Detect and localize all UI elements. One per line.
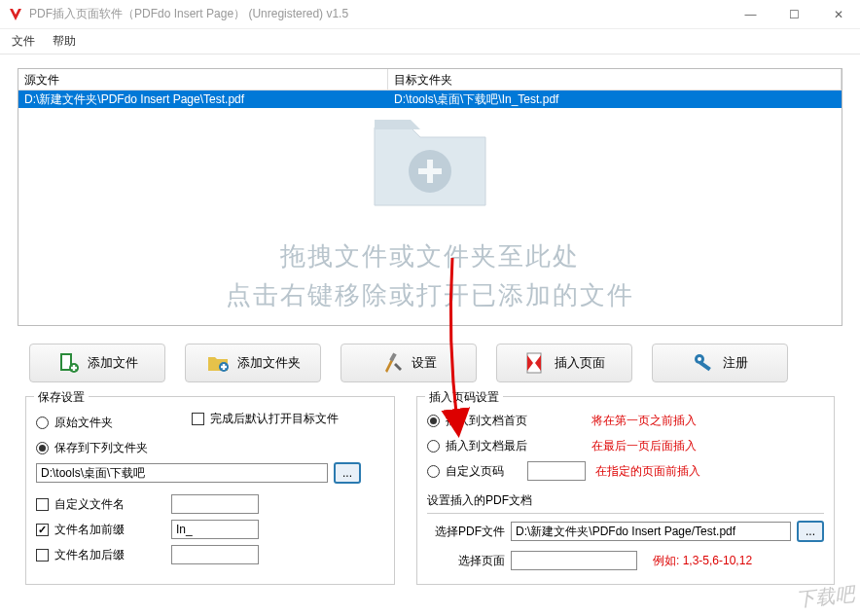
insert-sub-legend: 设置插入的PDF文档	[427, 492, 824, 509]
select-page-example: 例如: 1,3-5,6-10,12	[653, 553, 752, 569]
insert-first-radio[interactable]	[427, 415, 440, 427]
close-button[interactable]: ✕	[816, 0, 860, 29]
add-folder-icon	[206, 351, 230, 375]
prefix-input[interactable]	[171, 520, 259, 539]
save-settings-group: 保存设置 完成后默认打开目标文件 原始文件夹 保存到下列文件夹 ... 自定义文…	[25, 396, 395, 585]
col-target[interactable]: 目标文件夹	[388, 69, 842, 90]
drop-hint-2: 点击右键移除或打开已添加的文件	[18, 278, 842, 312]
insert-custom-radio[interactable]	[427, 465, 440, 478]
titlebar: PDF插入页面软件（PDFdo Insert Page） (Unregister…	[0, 0, 860, 29]
to-folder-label: 保存到下列文件夹	[54, 440, 148, 456]
svg-rect-15	[699, 361, 711, 371]
browse-folder-button[interactable]: ...	[334, 462, 361, 484]
insert-page-label: 插入页面	[555, 354, 605, 372]
custom-page-input[interactable]	[527, 461, 586, 481]
add-file-icon	[56, 351, 80, 375]
svg-rect-11	[389, 353, 396, 362]
custom-name-checkbox[interactable]	[36, 498, 49, 511]
insert-last-label: 插入到文档最后	[446, 438, 591, 454]
prefix-label: 文件名加前缀	[54, 522, 171, 538]
minimize-button[interactable]: —	[729, 0, 772, 29]
select-pdf-input[interactable]	[511, 522, 791, 541]
custom-name-label: 自定义文件名	[54, 496, 171, 513]
menubar: 文件 帮助	[0, 29, 860, 54]
prefix-checkbox[interactable]	[36, 524, 49, 536]
list-header: 源文件 目标文件夹	[18, 69, 842, 91]
select-page-label: 选择页面	[427, 553, 505, 569]
settings-icon	[380, 351, 404, 375]
insert-first-hint: 将在第一页之前插入	[591, 413, 697, 429]
toolbar: 添加文件 添加文件夹 设置 插入页面 注册	[18, 344, 842, 382]
app-icon	[8, 7, 23, 22]
save-legend: 保存设置	[34, 389, 89, 406]
table-row[interactable]: D:\新建文件夹\PDFdo Insert Page\Test.pdf D:\t…	[18, 91, 842, 108]
to-folder-radio[interactable]	[36, 442, 49, 454]
col-source[interactable]: 源文件	[18, 69, 388, 90]
suffix-checkbox[interactable]	[36, 549, 49, 562]
add-folder-button[interactable]: 添加文件夹	[185, 344, 321, 382]
settings-label: 设置	[412, 354, 437, 372]
insert-custom-hint: 在指定的页面前插入	[595, 463, 700, 480]
insert-custom-label: 自定义页码	[446, 463, 527, 480]
select-pdf-label: 选择PDF文件	[427, 524, 505, 540]
drop-hint-1: 拖拽文件或文件夹至此处	[18, 239, 842, 273]
suffix-label: 文件名加后缀	[54, 547, 171, 563]
svg-rect-7	[71, 367, 77, 369]
insert-settings-group: 插入页码设置 插入到文档首页 将在第一页之前插入 插入到文档最后 在最后一页后面…	[416, 396, 835, 585]
orig-folder-label: 原始文件夹	[54, 415, 113, 431]
file-list-area[interactable]: 源文件 目标文件夹 D:\新建文件夹\PDFdo Insert Page\Tes…	[18, 68, 842, 326]
orig-folder-radio[interactable]	[36, 417, 49, 429]
insert-legend: 插入页码设置	[425, 389, 503, 406]
insert-first-label: 插入到文档首页	[446, 413, 591, 429]
add-file-button[interactable]: 添加文件	[29, 344, 165, 382]
window-title: PDF插入页面软件（PDFdo Insert Page） (Unregister…	[29, 6, 348, 22]
svg-rect-10	[221, 366, 227, 368]
menu-help[interactable]: 帮助	[53, 33, 76, 50]
to-folder-input[interactable]	[36, 463, 328, 483]
insert-page-icon	[523, 351, 547, 375]
insert-page-button[interactable]: 插入页面	[496, 344, 632, 382]
register-icon	[692, 351, 715, 375]
insert-last-radio[interactable]	[427, 440, 440, 453]
cell-source: D:\新建文件夹\PDFdo Insert Page\Test.pdf	[18, 91, 388, 108]
browse-pdf-button[interactable]: ...	[797, 521, 824, 542]
select-page-input[interactable]	[511, 551, 637, 570]
insert-last-hint: 在最后一页后面插入	[591, 438, 697, 454]
open-after-checkbox[interactable]	[192, 413, 204, 425]
svg-rect-2	[418, 168, 442, 174]
cell-target: D:\tools\桌面\下载吧\In_Test.pdf	[388, 91, 842, 108]
custom-name-input[interactable]	[171, 494, 259, 514]
maximize-button[interactable]: ☐	[772, 0, 816, 29]
settings-button[interactable]: 设置	[340, 344, 477, 382]
register-label: 注册	[723, 354, 748, 372]
menu-file[interactable]: 文件	[12, 33, 35, 50]
add-file-label: 添加文件	[88, 354, 138, 372]
suffix-input[interactable]	[171, 545, 259, 564]
svg-rect-4	[62, 355, 70, 369]
open-after-label: 完成后默认打开目标文件	[210, 411, 339, 427]
drop-folder-icon	[367, 108, 493, 218]
add-folder-label: 添加文件夹	[237, 354, 301, 372]
svg-point-14	[698, 357, 701, 361]
register-button[interactable]: 注册	[652, 344, 788, 382]
